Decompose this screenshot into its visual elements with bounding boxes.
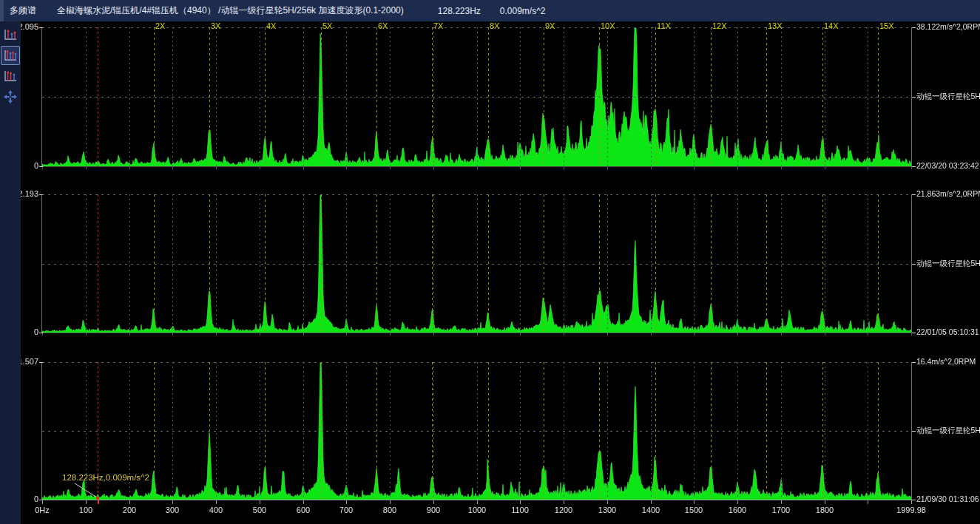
stacked-spectrum-tool-button[interactable] — [1, 67, 20, 86]
x-axis-tick — [607, 500, 608, 504]
x-tick-label: 900 — [427, 506, 440, 515]
point-name-label: 动辊一级行星轮5H — [916, 92, 980, 101]
x-axis-tick — [216, 500, 217, 504]
grid-line-100hz — [868, 362, 868, 500]
grid-line-100hz — [564, 362, 564, 500]
grid-line-100hz — [694, 194, 695, 333]
harmonic-marker-line — [321, 27, 322, 166]
baseline-tick — [694, 333, 695, 336]
harmonic-marker-line — [376, 27, 377, 166]
right-tick — [912, 500, 916, 500]
baseline-tick — [303, 166, 304, 169]
harmonic-marker-line — [376, 362, 377, 500]
harmonic-marker-line — [432, 194, 433, 333]
x-axis-tick — [260, 500, 260, 504]
point-name-label: 动辊一级行星轮5H — [916, 426, 980, 435]
grid-line-100hz — [607, 362, 608, 500]
x-axis-tick — [651, 500, 652, 504]
harmonic-label: 8X — [490, 21, 499, 31]
grid-line-100hz — [868, 194, 868, 333]
x-axis-tick — [911, 500, 912, 504]
grid-line-100hz — [651, 362, 652, 500]
right-scale-label: 21.863m/s^2,0RPM — [916, 189, 980, 199]
multi-spectrum-tool-button[interactable] — [1, 46, 20, 65]
right-tick — [912, 362, 916, 363]
x-axis-tick — [303, 500, 304, 504]
harmonic-label: 5X — [322, 21, 332, 31]
right-tick — [912, 431, 916, 432]
harmonic-marker-line — [209, 194, 210, 333]
single-spectrum-tool-button[interactable] — [1, 25, 20, 44]
x-tick-label: 1800 — [816, 506, 834, 515]
x-tick-label: 1400 — [642, 506, 660, 515]
toolbar-sidebar — [0, 21, 21, 524]
harmonic-marker-line — [655, 362, 656, 500]
pan-tool-button[interactable] — [1, 87, 20, 106]
baseline-tick — [129, 166, 130, 169]
grid-line-100hz — [260, 362, 260, 500]
harmonic-marker-line — [599, 362, 600, 500]
baseline-tick — [346, 166, 347, 169]
grid-line-100hz — [303, 194, 304, 333]
grid-line-100hz — [390, 362, 391, 500]
grid-line-100hz — [868, 27, 868, 166]
harmonic-marker-line — [154, 362, 155, 500]
x-tick-label: 800 — [383, 506, 396, 515]
harmonic-label: 13X — [768, 21, 783, 31]
baseline-tick — [390, 333, 391, 336]
harmonic-marker-line — [599, 27, 600, 166]
titlebar-accent-strip — [0, 0, 4, 21]
x-tick-label: 1200 — [555, 506, 572, 515]
cursor-frequency-readout: 128.223Hz — [438, 6, 481, 16]
baseline-tick — [433, 166, 434, 169]
grid-line-100hz — [694, 362, 695, 500]
x-axis-tick — [825, 500, 825, 504]
grid-line-100hz — [477, 27, 478, 166]
grid-line-100hz — [129, 194, 130, 333]
harmonic-marker-line — [321, 362, 322, 500]
harmonic-marker-line — [544, 27, 544, 166]
grid-line-100hz — [781, 194, 782, 333]
baseline-tick — [607, 166, 608, 169]
multi-spectrum-chart-area[interactable]: 2.095038.122m/s^2,0RPM动辊一级行星轮5H22/03/20 … — [0, 0, 980, 524]
harmonic-marker-line — [154, 27, 155, 166]
harmonic-marker-line — [766, 362, 767, 500]
harmonic-marker-line — [154, 194, 155, 333]
plot-left-border — [41, 194, 42, 333]
harmonic-label: 14X — [824, 21, 839, 31]
harmonic-marker-line — [878, 362, 879, 500]
grid-line-100hz — [216, 362, 217, 500]
x-axis-tick — [390, 500, 391, 504]
baseline-tick — [260, 166, 260, 169]
x-axis-tick — [433, 500, 434, 504]
grid-line-100hz — [825, 362, 825, 500]
grid-line-100hz — [737, 27, 738, 166]
x-tick-label: 1100 — [511, 506, 529, 515]
baseline-tick — [346, 333, 347, 336]
x-tick-label: 1999.98 — [896, 506, 926, 515]
right-tick — [912, 27, 916, 28]
x-axis-tick — [129, 500, 130, 504]
right-tick — [912, 97, 916, 98]
baseline-tick — [564, 166, 564, 169]
x-tick-label: 600 — [297, 506, 310, 515]
annotation-leader-line — [70, 481, 100, 500]
x-axis-tick — [564, 500, 564, 504]
plot-left-border — [41, 362, 42, 500]
grid-line-100hz — [303, 362, 304, 500]
x-tick-label: 200 — [123, 506, 136, 515]
harmonic-marker-line — [488, 27, 489, 166]
harmonic-marker-line — [599, 194, 600, 333]
x-tick-label: 700 — [339, 506, 353, 515]
grid-line-100hz — [433, 27, 434, 166]
x-tick-label: 1000 — [468, 506, 486, 515]
harmonic-label: 3X — [211, 21, 220, 31]
cursor-point-marker — [96, 497, 99, 500]
y-zero-tick — [39, 333, 43, 333]
grid-line-100hz — [260, 194, 260, 333]
harmonic-marker-line — [822, 362, 823, 500]
harmonic-marker-line — [265, 362, 266, 500]
harmonic-label: 7X — [433, 21, 443, 31]
harmonic-marker-line — [822, 27, 823, 166]
harmonic-marker-line — [209, 27, 210, 166]
